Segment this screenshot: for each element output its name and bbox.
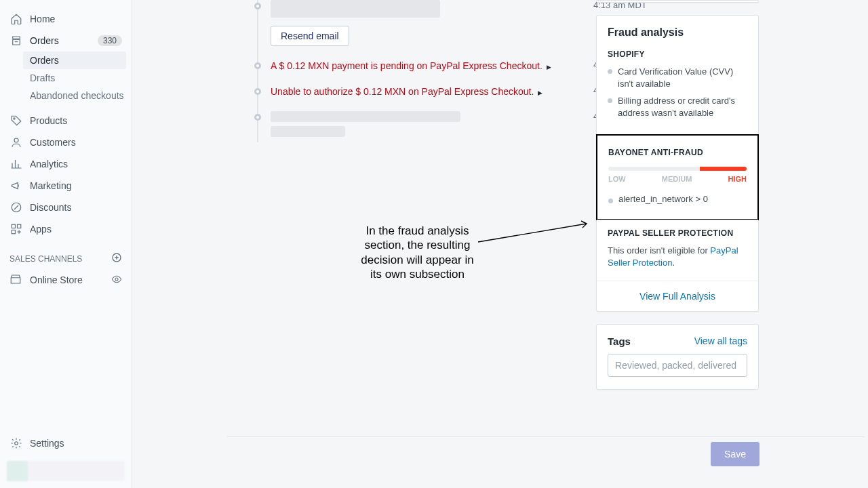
nav-analytics[interactable]: Analytics	[0, 153, 132, 175]
risk-high: HIGH	[728, 175, 747, 183]
home-icon	[9, 12, 23, 26]
tags-input[interactable]	[608, 354, 747, 377]
view-all-tags-link[interactable]: View all tags	[694, 336, 747, 346]
resend-email-button[interactable]: Resend email	[271, 26, 349, 46]
nav-settings-label: Settings	[30, 438, 64, 449]
svg-line-9	[478, 224, 587, 242]
nav-analytics-label: Analytics	[30, 159, 68, 169]
nav-products-label: Products	[30, 115, 67, 126]
nav-apps-label: Apps	[30, 224, 52, 235]
nav-apps[interactable]: Apps	[0, 218, 132, 240]
fraud-analysis-card: Fraud analysis SHOPIFY Card Verification…	[596, 15, 759, 312]
nav-discounts[interactable]: Discounts	[0, 197, 132, 218]
view-store-icon[interactable]	[111, 274, 122, 287]
nav-marketing-label: Marketing	[30, 180, 71, 191]
nav-orders-label: Orders	[30, 35, 59, 46]
paypal-protection-text: This order isn't eligible for PayPal Sel…	[608, 245, 747, 269]
card-stub	[596, 0, 759, 3]
order-timeline: 4:13 am MDT Resend email A $ 0.12 MXN pa…	[254, 0, 593, 146]
shopify-risk-item: Card Verification Value (CVV) isn't avai…	[608, 66, 747, 89]
customer-icon	[9, 136, 23, 149]
fraud-title: Fraud analysis	[608, 26, 747, 39]
right-column: Fraud analysis SHOPIFY Card Verification…	[596, 0, 759, 402]
discount-icon	[9, 201, 23, 214]
megaphone-icon	[9, 179, 23, 192]
shopify-risk-list: Card Verification Value (CVV) isn't avai…	[608, 66, 747, 119]
nav-products[interactable]: Products	[0, 110, 132, 131]
sidebar: Home Orders 330 Orders Drafts Abandoned …	[0, 0, 132, 488]
timeline-entry-redacted	[271, 111, 460, 122]
svg-point-0	[14, 118, 15, 119]
nav-online-store-label: Online Store	[30, 274, 83, 285]
orders-badge: 330	[98, 35, 122, 46]
nav-orders[interactable]: Orders 330	[0, 30, 132, 52]
bayonet-section: BAYONET ANTI-FRAUD LOW MEDIUM HIGH alert…	[596, 134, 759, 220]
nav-customers[interactable]: Customers	[0, 131, 132, 153]
subnav-drafts[interactable]: Drafts	[30, 69, 132, 87]
annotation-callout: In the fraud analysis section, the resul…	[355, 224, 480, 281]
nav-home[interactable]: Home	[0, 8, 132, 30]
timeline-dot	[254, 88, 261, 95]
shopify-section-label: SHOPIFY	[608, 49, 747, 59]
store-badge-redacted	[7, 461, 125, 481]
analytics-icon	[9, 157, 23, 171]
nav-home-label: Home	[30, 14, 55, 24]
bayonet-label: BAYONET ANTI-FRAUD	[608, 148, 747, 157]
risk-meter	[608, 167, 747, 171]
bayonet-rule: alerted_in_network > 0	[608, 194, 747, 204]
svg-rect-3	[12, 224, 15, 228]
main-content: 4:13 am MDT Resend email A $ 0.12 MXN pa…	[132, 0, 868, 488]
risk-scale: LOW MEDIUM HIGH	[608, 175, 747, 183]
orders-icon	[9, 34, 23, 47]
chevron-right-icon: ▶	[547, 64, 551, 70]
timeline-dot	[254, 3, 261, 9]
timeline-error-authorize-failed[interactable]: Unable to authorize $ 0.12 MXN on PayPal…	[271, 86, 542, 97]
chevron-right-icon: ▶	[538, 89, 542, 96]
add-channel-icon[interactable]	[111, 252, 122, 265]
timeline-entry-redacted	[271, 0, 440, 18]
timeline-error-payment-pending[interactable]: A $ 0.12 MXN payment is pending on PayPa…	[271, 60, 551, 71]
shopify-risk-item: Billing address or credit card's address…	[608, 95, 747, 119]
subnav-abandoned[interactable]: Abandoned checkouts	[30, 87, 132, 104]
footer-divider	[227, 436, 865, 437]
nav-marketing[interactable]: Marketing	[0, 175, 132, 197]
nav-online-store[interactable]: Online Store	[0, 269, 132, 291]
nav-settings[interactable]: Settings	[0, 430, 132, 457]
apps-icon	[9, 222, 23, 236]
paypal-section-label: PAYPAL SELLER PROTECTION	[608, 228, 747, 238]
svg-point-1	[14, 138, 18, 142]
orders-subnav: Orders Drafts Abandoned checkouts	[0, 52, 132, 104]
tag-icon	[9, 114, 23, 127]
save-button[interactable]: Save	[711, 442, 760, 466]
annotation-arrow	[478, 218, 593, 245]
svg-rect-5	[12, 230, 15, 234]
risk-medium: MEDIUM	[662, 175, 692, 183]
nav-discounts-label: Discounts	[30, 202, 71, 213]
sales-channels-label: SALES CHANNELS	[9, 254, 82, 264]
tags-title: Tags	[608, 336, 631, 347]
timeline-dot	[254, 114, 261, 121]
gear-icon	[9, 436, 23, 450]
store-icon	[9, 273, 23, 287]
nav-customers-label: Customers	[30, 137, 76, 148]
view-full-analysis-link[interactable]: View Full Analysis	[597, 281, 758, 311]
timeline-dot	[254, 62, 261, 69]
risk-low: LOW	[608, 175, 626, 183]
tags-card: Tags View all tags	[596, 324, 759, 390]
svg-point-7	[115, 278, 118, 281]
svg-rect-4	[18, 224, 21, 228]
subnav-orders[interactable]: Orders	[23, 52, 126, 69]
timeline-entry-redacted	[271, 126, 345, 137]
svg-point-8	[15, 442, 18, 445]
